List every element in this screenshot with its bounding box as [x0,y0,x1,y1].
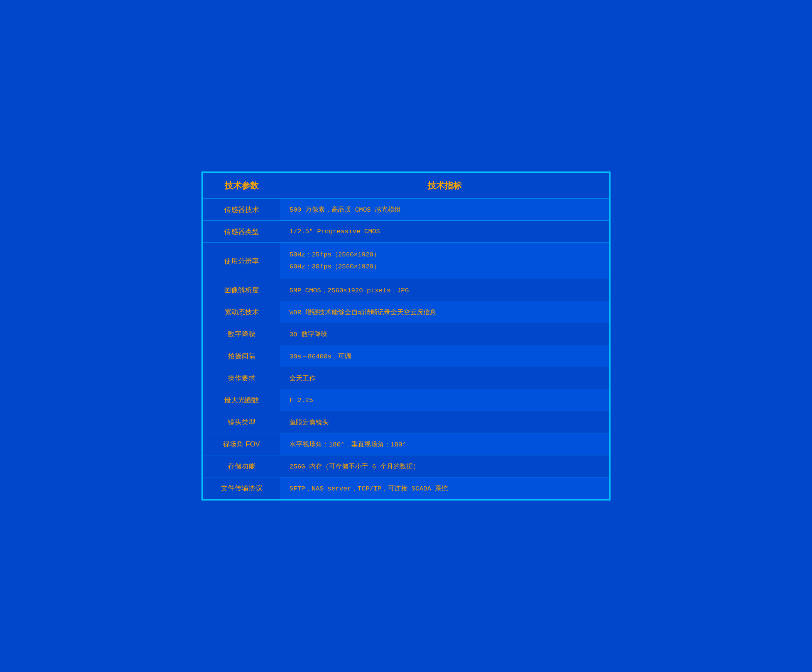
param-cell: 传感器技术 [203,198,280,221]
table-row: 传感器技术500 万像素，高品质 CMOS 感光模组 [203,198,609,221]
value-cell: 1/2.5″ Progressive CMOS [280,221,609,243]
value-cell: 全天工作 [280,367,609,389]
value-cell: 水平视场角：180°，垂直视场角：180° [280,433,609,455]
value-cell: 鱼眼定焦镜头 [280,411,609,433]
table-row: 视场角 FOV水平视场角：180°，垂直视场角：180° [203,433,609,455]
col2-header: 技术指标 [280,173,609,198]
value-cell: 500 万像素，高品质 CMOS 感光模组 [280,198,609,221]
param-cell: 视场角 FOV [203,433,280,455]
main-container: 技术参数 技术指标 传感器技术500 万像素，高品质 CMOS 感光模组传感器类… [201,171,611,501]
table-row: 镜头类型鱼眼定焦镜头 [203,411,609,433]
param-cell: 拍摄间隔 [203,345,280,367]
param-cell: 存储功能 [203,455,280,477]
param-cell: 最大光圈数 [203,389,280,411]
table-row: 传感器类型1/2.5″ Progressive CMOS [203,221,609,243]
value-cell: SFTP，NAS server，TCP/IP，可连接 SCADA 系统 [280,477,609,499]
table-row: 文件传输协议SFTP，NAS server，TCP/IP，可连接 SCADA 系… [203,477,609,499]
table-row: 操作要求全天工作 [203,367,609,389]
param-cell: 宽动态技术 [203,301,280,323]
param-cell: 数字降噪 [203,323,280,345]
param-cell: 图像解析度 [203,279,280,301]
table-row: 最大光圈数F 2.25 [203,389,609,411]
value-cell: 256G 内存（可存储不小于 6 个月的数据） [280,455,609,477]
specs-table: 技术参数 技术指标 传感器技术500 万像素，高品质 CMOS 感光模组传感器类… [203,173,609,499]
table-row: 数字降噪3D 数字降噪 [203,323,609,345]
param-cell: 传感器类型 [203,221,280,243]
col1-header: 技术参数 [203,173,280,198]
value-cell: WDR 增强技术能够全自动清晰记录全天空云况信息 [280,301,609,323]
param-cell: 使用分辨率 [203,243,280,279]
table-row: 存储功能256G 内存（可存储不小于 6 个月的数据） [203,455,609,477]
value-cell: 30s～86400s，可调 [280,345,609,367]
param-cell: 文件传输协议 [203,477,280,499]
value-cell: 5MP CMOS，2560×1920 pixels，JPG [280,279,609,301]
header-row: 技术参数 技术指标 [203,173,609,198]
param-cell: 操作要求 [203,367,280,389]
table-row: 拍摄间隔30s～86400s，可调 [203,345,609,367]
table-row: 图像解析度5MP CMOS，2560×1920 pixels，JPG [203,279,609,301]
param-cell: 镜头类型 [203,411,280,433]
table-row: 使用分辨率50Hz：25fps（2560×1920）60Hz：30fps（256… [203,243,609,279]
value-cell: F 2.25 [280,389,609,411]
value-cell: 50Hz：25fps（2560×1920）60Hz：30fps（2560×192… [280,243,609,279]
value-cell: 3D 数字降噪 [280,323,609,345]
table-row: 宽动态技术WDR 增强技术能够全自动清晰记录全天空云况信息 [203,301,609,323]
